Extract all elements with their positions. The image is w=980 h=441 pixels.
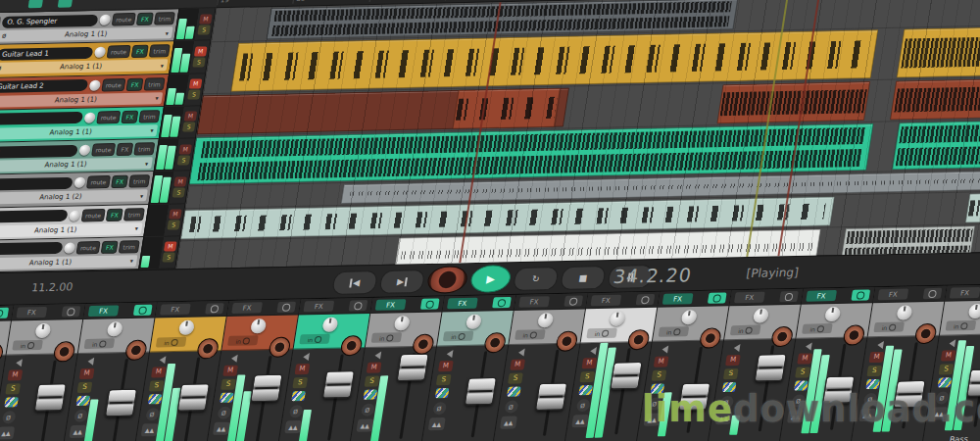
track-input-select[interactable]: Analog 1 (1) (4, 62, 159, 73)
track-input-select[interactable]: Analog 1 (1) (0, 94, 153, 105)
track-route-button[interactable]: route (101, 78, 126, 91)
phase-button[interactable]: ø (504, 400, 518, 413)
mute-button[interactable]: M (367, 363, 382, 373)
solo-button[interactable]: S (172, 187, 186, 197)
solo-button[interactable]: S (220, 379, 236, 390)
solo-button[interactable]: S (723, 368, 739, 379)
solo-button[interactable]: S (579, 371, 595, 382)
strip-pan-knob[interactable] (609, 312, 625, 326)
fx-power-button[interactable] (492, 297, 512, 308)
track-trim-button[interactable]: trim (154, 12, 175, 24)
solo-button[interactable]: S (77, 382, 93, 393)
strip-fx-button[interactable]: FX (303, 301, 334, 313)
mute-button[interactable]: M (582, 358, 598, 368)
phase-button[interactable]: ø (647, 397, 662, 410)
mute-button[interactable]: M (151, 367, 167, 377)
mute-button[interactable]: M (169, 209, 182, 219)
track-input-select[interactable]: Analog 1 (1) (9, 29, 164, 40)
strip-fx-button[interactable]: FX (590, 295, 621, 307)
mute-button[interactable]: M (7, 369, 23, 380)
input-monitor-button[interactable]: in (802, 323, 833, 334)
mute-button[interactable]: M (194, 46, 208, 56)
arrange-view[interactable] (175, 0, 980, 269)
strip-pan-knob[interactable] (968, 304, 980, 318)
track-pan-knob[interactable] (93, 47, 106, 58)
audio-clip[interactable] (716, 81, 870, 123)
fader-handle[interactable] (754, 354, 786, 382)
track-name[interactable]: Seq (0, 144, 77, 158)
toolbar-button-icon[interactable] (58, 0, 73, 8)
fx-power-button[interactable] (851, 289, 870, 300)
mute-button[interactable]: M (199, 14, 213, 24)
mute-button[interactable]: M (189, 79, 203, 89)
strip-pan-knob[interactable] (753, 308, 769, 322)
mute-button[interactable]: M (438, 361, 454, 371)
mute-button[interactable]: M (510, 359, 525, 369)
track-fx-button[interactable]: FX (122, 111, 139, 123)
strip-fx-button[interactable]: FX (950, 287, 980, 299)
strip-fx-button[interactable]: FX (160, 304, 191, 316)
input-monitor-button[interactable]: in (299, 334, 330, 345)
strip-pan-knob[interactable] (466, 315, 482, 329)
mute-button[interactable]: M (869, 352, 885, 363)
strip-pan-knob[interactable] (394, 316, 411, 330)
strip-fx-button[interactable]: FX (518, 296, 550, 308)
track-fx-button[interactable]: FX (106, 208, 123, 220)
fx-power-button[interactable] (923, 288, 943, 299)
track-trim-button[interactable]: trim (119, 240, 140, 253)
track-input-select[interactable]: Analog 1 (1) (0, 224, 133, 235)
track-route-button[interactable]: route (85, 175, 111, 188)
solo-button[interactable]: S (5, 383, 21, 394)
play-button[interactable]: ▶ (469, 265, 513, 293)
solo-button[interactable]: S (197, 24, 211, 34)
mute-button[interactable]: M (173, 176, 187, 186)
input-monitor-button[interactable]: in (514, 329, 546, 340)
input-monitor-button[interactable]: in (946, 320, 977, 331)
track-panel[interactable]: Guitar Lead 2routeFXtrimøAnalog 1 (1)▾ (0, 74, 169, 111)
solo-button[interactable]: S (795, 367, 810, 377)
track-trim-button[interactable]: trim (123, 208, 145, 220)
mute-button[interactable]: M (654, 356, 669, 367)
solo-button[interactable]: S (652, 369, 667, 380)
fx-power-button[interactable] (349, 300, 368, 311)
track-pan-knob[interactable] (98, 15, 111, 25)
strip-pan-knob[interactable] (537, 313, 554, 327)
phase-button[interactable]: ø (145, 408, 160, 420)
mute-button[interactable]: M (725, 355, 741, 366)
strip-fx-button[interactable]: FX (447, 298, 478, 310)
toolbar-button-icon[interactable] (28, 0, 43, 8)
mute-button[interactable]: M (797, 353, 812, 364)
track-trim-button[interactable]: trim (144, 77, 166, 90)
solo-button[interactable]: S (508, 372, 523, 383)
fx-power-button[interactable] (133, 305, 153, 316)
strip-fx-button[interactable]: FX (88, 305, 120, 317)
audio-clip[interactable] (890, 76, 980, 121)
fader-handle[interactable] (465, 377, 497, 406)
strip-fx-button[interactable]: FX (662, 293, 694, 305)
track-name[interactable]: Guitar Lead 1 (0, 47, 93, 61)
strip-fx-button[interactable]: FX (16, 307, 47, 318)
fx-power-button[interactable] (420, 299, 440, 310)
phase-button[interactable]: ø (934, 391, 949, 404)
input-monitor-button[interactable]: in (873, 322, 905, 333)
track-trim-button[interactable]: trim (128, 175, 150, 188)
track-input-select[interactable]: Analog 1 (1) (0, 159, 143, 170)
track-name[interactable] (0, 112, 83, 125)
input-monitor-button[interactable]: in (227, 335, 259, 346)
fx-power-button[interactable] (636, 294, 656, 305)
track-fx-button[interactable]: FX (117, 143, 134, 156)
phase-button[interactable]: ø (432, 402, 447, 415)
fader-handle[interactable] (822, 375, 855, 404)
input-monitor-button[interactable]: in (371, 332, 403, 343)
track-route-button[interactable]: route (111, 13, 136, 25)
solo-button[interactable]: S (292, 377, 308, 388)
phase-button[interactable]: ø (217, 407, 231, 419)
fader-handle[interactable] (610, 362, 642, 390)
track-name[interactable] (0, 177, 73, 191)
phase-button[interactable]: ø (360, 404, 374, 416)
input-monitor-button[interactable]: in (84, 338, 116, 349)
mute-button[interactable]: M (941, 350, 956, 361)
track-name[interactable]: Guitar Lead 2 (0, 79, 88, 93)
mute-button[interactable]: M (79, 368, 95, 379)
track-route-button[interactable]: route (75, 241, 101, 254)
